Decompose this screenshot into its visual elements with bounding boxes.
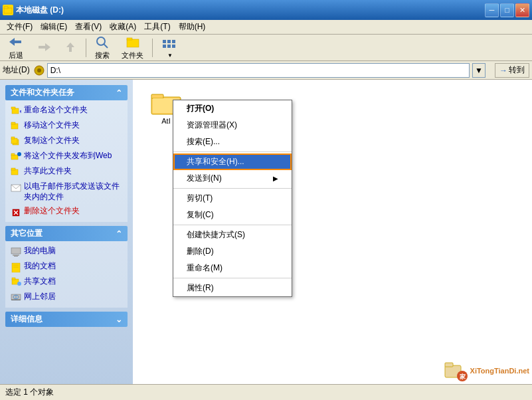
ctx-properties[interactable]: 属性(R) [173,280,292,296]
up-icon [64,41,77,55]
svg-rect-17 [172,45,175,48]
svg-rect-11 [127,38,132,40]
svg-point-19 [37,68,41,72]
svg-rect-40 [12,263,20,272]
search-icon [95,35,110,50]
sidebar-link-share[interactable]: 共享此文件夹 [8,164,125,179]
menu-view[interactable]: 查看(V) [71,20,106,34]
back-button[interactable]: 后退 [3,34,29,62]
search-button[interactable]: 搜索 [90,34,115,62]
up-button[interactable] [58,39,82,56]
folders-button[interactable]: 文件夹 [116,34,149,62]
svg-rect-7 [69,47,72,52]
ctx-cut[interactable]: 剪切(T) [173,190,292,207]
svg-marker-2 [9,38,15,46]
views-button[interactable]: ▼ [156,36,184,60]
address-label: 地址(D) [3,64,30,76]
svg-rect-3 [15,41,21,43]
menu-help[interactable]: 帮助(H) [175,20,210,34]
ctx-sep-2 [173,188,292,189]
back-label: 后退 [9,50,23,60]
svg-point-45 [17,282,21,286]
publish-icon [11,151,21,162]
ctx-rename[interactable]: 重命名(M) [173,260,292,276]
svg-marker-6 [66,43,74,47]
svg-rect-15 [163,45,166,48]
svg-marker-4 [45,43,50,51]
sidebar-link-network[interactable]: 网上邻居 [8,290,125,305]
ctx-explorer[interactable]: 资源管理器(X) [173,117,292,134]
ctx-open[interactable]: 打开(O) [173,100,292,117]
ctx-send-to[interactable]: 发送到(N) ▶ [173,170,292,187]
context-menu: 打开(O) 资源管理器(X) 搜索(E)... 共享和安全(H)... 发送到(… [173,100,292,297]
delete-icon [11,207,21,217]
sidebar-places-collapse-icon: ⌃ [116,229,122,239]
sidebar-section-details: 详细信息 ⌄ [5,312,128,327]
svg-rect-14 [172,40,175,43]
mycomputer-icon [11,247,21,257]
sidebar-section-tasks: 文件和文件夹任务 ⌃ ✎ 重命名这个文件夹 移 [5,85,128,222]
minimize-button[interactable]: ─ [485,3,499,17]
watermark-logo: 家 [444,359,468,383]
sidebar-link-publish[interactable]: 将这个文件夹发布到Web [8,149,125,164]
sidebar-link-email[interactable]: 以电子邮件形式发送该文件夹内的文件 [8,179,125,204]
sidebar-tasks-label: 文件和文件夹任务 [11,87,74,98]
ctx-copy[interactable]: 复制(C) [173,207,292,223]
menu-file[interactable]: 文件(F) [3,20,37,34]
ctx-sep-4 [173,278,292,278]
sidebar-header-places[interactable]: 其它位置 ⌃ [5,226,128,241]
svg-rect-54 [445,363,453,367]
sidebar-link-copy[interactable]: 复制这个文件夹 [8,134,125,149]
sidebar-places-content: 我的电脑 我的文档 共享文档 [5,241,128,308]
go-arrow-icon: → [499,66,507,75]
toolbar: 后退 搜索 [0,35,532,61]
search-label: 搜索 [95,50,110,60]
svg-rect-47 [11,300,21,300]
address-dropdown[interactable]: ▼ [472,63,486,78]
menu-tools[interactable]: 工具(T) [140,20,174,34]
address-input[interactable] [47,63,470,78]
share-icon [11,167,21,177]
ctx-search[interactable]: 搜索(E)... [173,134,292,150]
window-title: 本地磁盘 (D:) [16,5,64,16]
folders-label: 文件夹 [122,50,143,60]
svg-rect-37 [11,248,21,254]
views-icon [161,37,179,52]
window-controls: ─ □ ✕ [485,3,529,17]
title-bar: 本地磁盘 (D:) ─ □ ✕ [0,0,532,20]
ctx-share-security[interactable]: 共享和安全(H)... [173,153,292,170]
svg-text:✎: ✎ [19,109,21,116]
maximize-button[interactable]: □ [500,3,514,17]
sidebar-link-rename[interactable]: ✎ 重命名这个文件夹 [8,103,125,118]
svg-text:家: 家 [460,373,466,380]
svg-rect-10 [127,39,139,47]
svg-point-8 [97,37,105,45]
sidebar-link-delete[interactable]: 删除这个文件夹 [8,204,125,219]
sidebar-tasks-collapse-icon: ⌃ [116,88,122,98]
move-icon [11,121,21,132]
forward-button[interactable] [31,39,57,56]
ctx-sep-3 [173,225,292,225]
sidebar-link-mydocs[interactable]: 我的文档 [8,259,125,274]
sidebar-tasks-content: ✎ 重命名这个文件夹 移动这个文件夹 [5,100,128,222]
watermark-site: XiTongTianDi.net [470,367,529,375]
menu-edit[interactable]: 编辑(E) [37,20,71,34]
svg-rect-29 [11,153,15,155]
copy-icon [11,136,21,147]
sidebar-header-details[interactable]: 详细信息 ⌄ [5,312,128,327]
email-icon [11,182,21,193]
ctx-create-shortcut[interactable]: 创建快捷方式(S) [173,227,292,243]
svg-rect-12 [163,40,166,43]
sidebar-header-tasks[interactable]: 文件和文件夹任务 ⌃ [5,85,128,100]
network-icon [11,292,21,303]
status-text: 选定 1 个对象 [5,387,54,398]
rename-icon: ✎ [11,106,21,116]
ctx-delete[interactable]: 删除(D) [173,243,292,260]
sidebar-link-shareddocs[interactable]: 共享文档 [8,274,125,290]
menu-bar: 文件(F) 编辑(E) 查看(V) 收藏(A) 工具(T) 帮助(H) [0,20,532,35]
close-button[interactable]: ✕ [515,3,529,17]
sidebar-link-mycomputer[interactable]: 我的电脑 [8,244,125,259]
menu-favorites[interactable]: 收藏(A) [106,20,140,34]
go-button[interactable]: → 转到 [495,63,529,78]
sidebar-link-move[interactable]: 移动这个文件夹 [8,118,125,134]
